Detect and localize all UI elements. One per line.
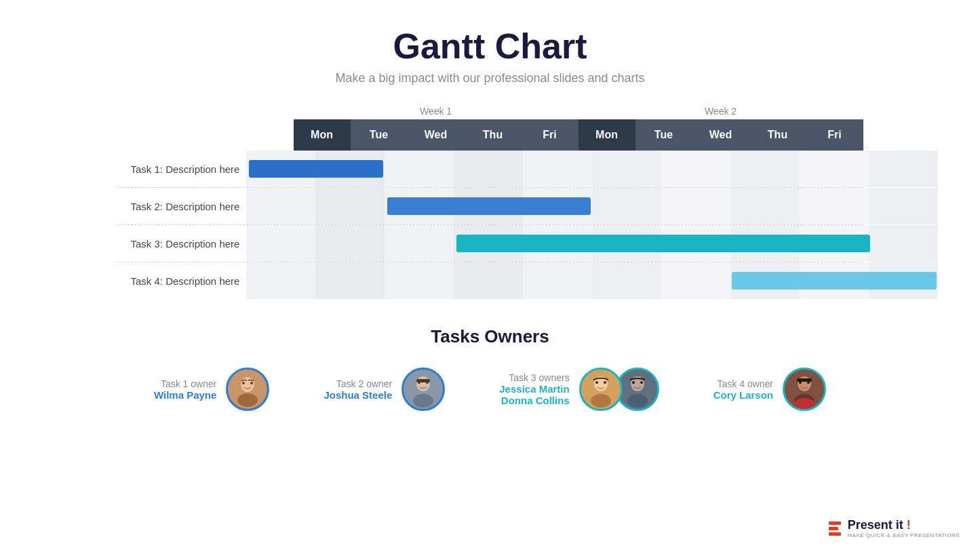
week2-wed: Wed [692,119,749,151]
owner2-label: Task 2 owner [324,378,392,389]
svg-point-18 [627,394,648,408]
week-labels: Week 1 Week 2 [294,106,863,119]
owner3-text: Task 3 owners Jessica Martin Donna Colli… [499,372,569,406]
logo-sub: MAKE QUICK & EASY PRESENTATIONS [848,532,960,538]
avatar3a-face-svg [581,370,621,409]
presentit-logo: Present it ! MAKE QUICK & EASY PRESENTAT… [829,518,960,538]
owner3-avatars [579,368,659,411]
task3-bar [456,235,870,252]
avatar1-face-svg [228,370,267,409]
task-row-4: Task 4: Description here [117,262,863,299]
svg-point-2 [237,393,258,407]
owner1-label: Task 1 owner [154,378,216,389]
owners-title: Tasks Owners [117,326,863,347]
week1-label: Week 1 [294,106,579,119]
owner1-avatar [226,368,269,411]
week2-thu: Thu [749,119,806,151]
week2-mon: Mon [579,119,635,151]
logo-main: Present it ! [848,518,960,532]
logo-text: Present it ! MAKE QUICK & EASY PRESENTAT… [848,518,960,538]
owner3-name1: Jessica Martin [499,383,569,395]
gantt-header-row: Mon Tue Wed Thu Fri Mon Tue Wed Thu Fri [294,119,863,151]
owner-item-2: Task 2 owner Joshua Steele [324,368,445,411]
owner3-label: Task 3 owners [499,372,569,383]
owner4-text: Task 4 owner Cory Larson [713,378,773,401]
owners-section: Tasks Owners Task 1 owner Wilma Payne [117,326,863,411]
header: Gantt Chart Make a big impact with our p… [335,27,644,85]
page-subtitle: Make a big impact with our professional … [335,71,644,85]
task3-cells [246,225,938,262]
owner1-name: Wilma Payne [154,389,216,401]
owner3-name2: Donna Collins [499,395,569,406]
owners-list: Task 1 owner Wilma Payne [117,368,863,411]
week1-wed: Wed [408,119,465,151]
week1-mon: Mon [294,119,351,151]
task-row-1: Task 1: Description here [117,151,863,188]
svg-point-7 [413,394,433,408]
task-row-3: Task 3: Description here [117,225,863,262]
task2-label: Task 2: Description here [117,190,247,223]
owner1-text: Task 1 owner Wilma Payne [154,378,216,401]
svg-point-20 [640,381,643,384]
svg-point-3 [242,382,245,385]
owner-item-4: Task 4 owner Cory Larson [713,368,826,411]
task4-cells [246,262,938,299]
task4-label: Task 4: Description here [117,264,247,298]
task1-cells [246,151,938,187]
svg-point-6 [416,376,430,391]
week2-label: Week 2 [579,106,863,119]
svg-point-14 [595,381,598,384]
svg-point-27 [794,398,815,409]
week2-tue: Tue [635,119,692,151]
avatar4-face-svg [785,370,824,409]
week2-fri: Fri [806,119,863,151]
svg-point-13 [591,394,611,408]
task1-bar [249,160,383,178]
owner2-name: Joshua Steele [324,389,392,401]
task4-bar [732,272,937,290]
owner4-avatar [783,368,826,411]
task3-label: Task 3: Description here [117,227,247,260]
avatar2-face-svg [404,370,443,409]
task-row-2: Task 2: Description here [117,188,863,225]
avatar3b-face-svg [618,370,657,409]
week1-fri: Fri [522,119,579,151]
owner4-name: Cory Larson [713,389,773,401]
svg-point-19 [632,381,635,384]
gantt-chart: Week 1 Week 2 Mon Tue Wed Thu Fri Mon Tu… [117,106,863,299]
week1-thu: Thu [465,119,522,151]
svg-rect-10 [416,379,430,382]
svg-point-1 [241,377,254,392]
owner2-avatar [401,368,445,411]
page: Gantt Chart Make a big impact with our p… [0,0,980,552]
task2-cells [246,188,938,224]
svg-point-4 [250,382,253,385]
week1-tue: Tue [351,119,408,151]
owner2-text: Task 2 owner Joshua Steele [324,378,392,401]
logo-icon [829,521,841,536]
page-title: Gantt Chart [335,27,644,66]
owner-item-1: Task 1 owner Wilma Payne [154,368,269,411]
owner3-avatar1 [579,368,623,411]
owner-item-3: Task 3 owners Jessica Martin Donna Colli… [499,368,659,411]
svg-rect-26 [797,378,812,382]
task1-label: Task 1: Description here [117,153,247,186]
task2-bar [387,197,591,215]
svg-point-15 [604,381,606,384]
owner4-label: Task 4 owner [713,378,773,389]
